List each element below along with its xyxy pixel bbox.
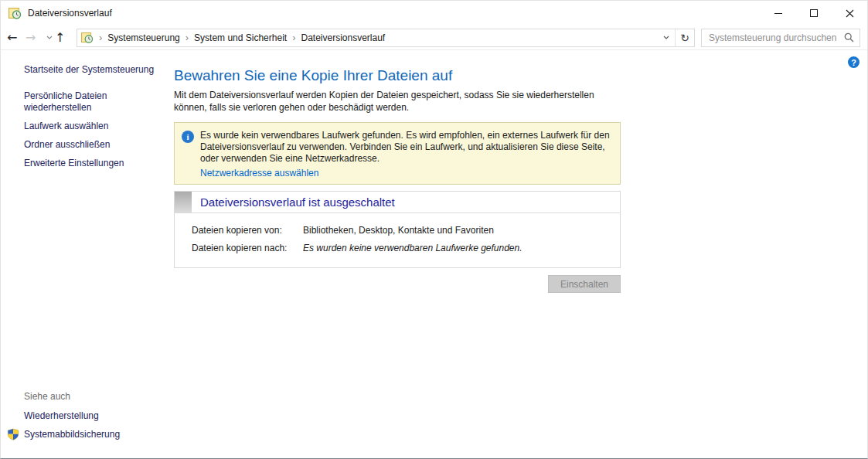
sidebar: Startseite der Systemsteuerung Persönlic… (1, 50, 172, 458)
forward-button[interactable]: → (26, 28, 44, 48)
see-also-section: Siehe auch Wiederherstellung Systemabbil… (1, 391, 172, 447)
address-dropdown-button[interactable] (658, 29, 675, 46)
minimize-icon (774, 13, 782, 14)
navigation-toolbar: ← → ↑ › Systemsteuerung › System und Sic… (1, 26, 867, 50)
titlebar: Dateiversionsverlauf (1, 1, 867, 26)
maximize-icon (810, 9, 818, 17)
chevron-down-icon (663, 36, 669, 39)
up-button[interactable]: ↑ (55, 28, 73, 48)
file-history-status-panel: Dateiversionsverlauf ist ausgeschaltet D… (174, 191, 621, 268)
sidebar-item-label: Systemabbildsicherung (24, 429, 120, 440)
copy-to-label: Dateien kopieren nach: (192, 243, 303, 253)
copy-from-label: Dateien kopieren von: (192, 225, 303, 236)
no-drive-warning-box: i Es wurde kein verwendbares Laufwerk ge… (174, 122, 621, 185)
file-history-window: Dateiversionsverlauf ← → ↑ (0, 0, 868, 459)
status-panel-header: Dateiversionsverlauf ist ausgeschaltet (175, 192, 620, 213)
sidebar-item-select-drive[interactable]: Laufwerk auswählen (24, 121, 172, 132)
sidebar-item-recovery[interactable]: Wiederherstellung (24, 410, 172, 421)
drive-icon-placeholder (175, 192, 192, 212)
back-button[interactable]: ← (7, 28, 26, 48)
minimize-button[interactable] (761, 1, 796, 26)
breadcrumb-separator: › (180, 32, 194, 42)
window-title: Dateiversionsverlauf (28, 8, 112, 19)
status-title: Dateiversionsverlauf ist ausgeschaltet (200, 196, 395, 209)
action-button-row: Einschalten (174, 275, 621, 293)
chevron-down-icon (46, 36, 53, 39)
recent-pages-dropdown[interactable] (44, 28, 55, 48)
close-button[interactable] (832, 1, 867, 26)
sidebar-item-restore-personal-files[interactable]: Persönliche Dateien wiederherstellen (24, 90, 140, 114)
see-also-header: Siehe auch (24, 391, 172, 402)
warning-text: Es wurde kein verwendbares Laufwerk gefu… (200, 130, 612, 165)
copy-to-row: Dateien kopieren nach: Es wurden keine v… (192, 243, 611, 253)
breadcrumb-separator: › (94, 32, 107, 42)
breadcrumb-system-und-sicherheit[interactable]: System und Sicherheit (194, 32, 287, 43)
page-title: Bewahren Sie eine Kopie Ihrer Dateien au… (174, 67, 621, 84)
sidebar-item-advanced-settings[interactable]: Erweiterte Einstellungen (24, 158, 172, 169)
help-button[interactable]: ? (848, 56, 859, 68)
sidebar-item-system-image-backup[interactable]: Systemabbildsicherung (24, 429, 172, 440)
search-input[interactable] (707, 32, 844, 44)
main-content: Bewahren Sie eine Kopie Ihrer Dateien au… (174, 50, 621, 293)
breadcrumb-dateiversionsverlauf[interactable]: Dateiversionsverlauf (301, 32, 385, 43)
info-icon: i (182, 131, 194, 143)
search-box (701, 29, 860, 47)
breadcrumb-systemsteuerung[interactable]: Systemsteuerung (107, 32, 179, 43)
copy-from-value: Bibliotheken, Desktop, Kontakte und Favo… (303, 225, 494, 236)
search-icon[interactable] (844, 32, 854, 42)
sidebar-item-exclude-folders[interactable]: Ordner ausschließen (24, 139, 172, 151)
status-panel-body: Dateien kopieren von: Bibliotheken, Desk… (175, 213, 620, 267)
window-controls (761, 1, 867, 26)
turn-on-button[interactable]: Einschalten (548, 275, 621, 293)
back-arrow-icon: ← (7, 32, 26, 44)
copy-to-value: Es wurden keine verwendbaren Laufwerke g… (303, 243, 523, 253)
page-body: ? Startseite der Systemsteuerung Persönl… (1, 50, 867, 458)
maximize-button[interactable] (796, 1, 832, 26)
copy-from-row: Dateien kopieren von: Bibliotheken, Desk… (192, 225, 611, 236)
intro-text: Mit dem Dateiversionsverlauf werden Kopi… (174, 90, 621, 114)
file-history-app-icon (9, 8, 22, 19)
refresh-icon: ↻ (680, 32, 689, 44)
sidebar-item-control-panel-home[interactable]: Startseite der Systemsteuerung (24, 64, 172, 76)
file-history-location-icon (81, 32, 94, 43)
breadcrumb-separator: › (287, 32, 301, 42)
forward-arrow-icon: → (26, 32, 44, 44)
refresh-button[interactable]: ↻ (676, 29, 694, 46)
address-bar[interactable]: › Systemsteuerung › System und Sicherhei… (77, 29, 695, 47)
up-arrow-icon: ↑ (55, 32, 73, 44)
help-question-icon: ? (851, 58, 856, 67)
close-icon (846, 9, 854, 18)
select-network-location-link[interactable]: Netzwerkadresse auswählen (200, 168, 318, 178)
uac-shield-icon (7, 428, 19, 440)
